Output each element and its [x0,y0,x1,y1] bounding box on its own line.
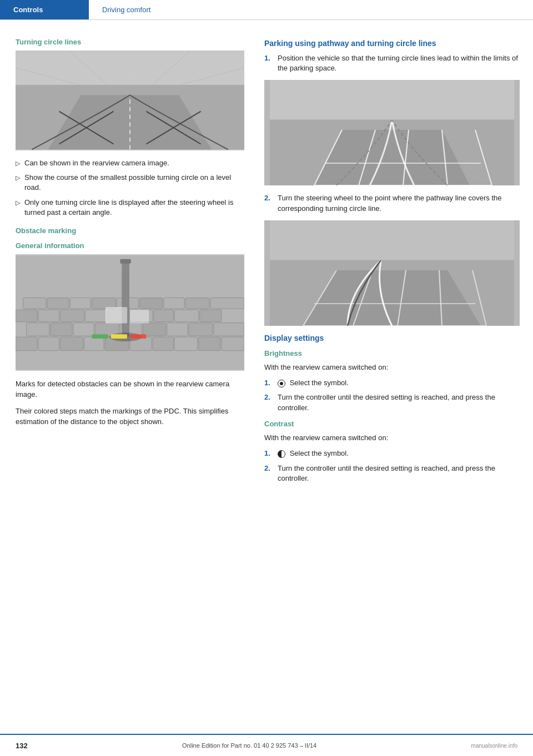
main-content: Turning circle lines [0,20,533,490]
svg-rect-46 [70,298,90,309]
obstacle-marking-section: Obstacle marking General information [16,226,244,427]
svg-rect-41 [154,310,173,322]
svg-rect-37 [60,310,84,322]
svg-rect-19 [84,337,104,351]
svg-rect-25 [222,337,244,351]
turning-circle-section: Turning circle lines [16,38,244,218]
parking-image-1 [264,80,520,185]
sun-icon [278,380,285,387]
tab-driving[interactable]: Driving comfort [89,0,164,19]
parking-steps-1: 1. Position the vehicle so that the turn… [264,53,520,73]
turning-circle-image [16,51,244,150]
left-column: Turning circle lines [0,31,255,490]
svg-rect-16 [16,337,37,351]
svg-rect-43 [200,310,222,322]
edition-info: Online Edition for Part no. 01 40 2 925 … [182,742,316,749]
svg-rect-23 [174,337,197,351]
right-column: Parking using pathway and turning circle… [255,31,533,490]
obstacle-body2: Their colored steps match the markings o… [16,406,244,427]
brightness-step-num-2: 2. [264,392,273,402]
svg-rect-60 [130,310,149,324]
parking-step-2: 2. Turn the steering wheel to the point … [264,193,520,213]
step-num-1: 1. [264,53,273,63]
svg-rect-51 [185,298,209,309]
contrast-title: Contrast [264,420,520,428]
svg-rect-53 [122,261,129,337]
svg-rect-56 [92,334,108,339]
contrast-intro: With the rearview camera switched on: [264,432,520,443]
page-footer: 132 Online Edition for Part no. 01 40 2 … [0,734,533,756]
svg-rect-22 [153,337,173,351]
tab-controls[interactable]: Controls [0,0,89,19]
brightness-subsection: Brightness With the rearview camera swit… [264,349,520,413]
bullet-arrow-3: ▷ [16,199,20,207]
brightness-intro: With the rearview camera switched on: [264,362,520,373]
bullet-arrow-2: ▷ [16,174,20,182]
svg-rect-31 [143,323,166,336]
svg-rect-34 [214,323,244,336]
svg-rect-35 [16,310,37,322]
svg-rect-17 [38,337,59,351]
svg-rect-71 [270,80,514,120]
bullet-item-3: ▷ Only one turning circle line is displa… [16,198,244,218]
brightness-steps: 1. Select the symbol. 2. Turn the contro… [264,378,520,413]
svg-rect-44 [23,298,46,309]
step-num-2: 2. [264,193,273,203]
parking-step-1: 1. Position the vehicle so that the turn… [264,53,520,73]
contrast-step-2: 2. Turn the controller until the desired… [264,463,520,483]
page-header: Controls Driving comfort [0,0,533,20]
svg-rect-27 [51,323,72,336]
obstacle-image [16,254,244,371]
general-info-section: General information [16,241,244,427]
turning-circle-bullets: ▷ Can be shown in the rearview camera im… [16,158,244,218]
svg-rect-59 [105,307,127,323]
svg-rect-54 [120,259,131,264]
svg-rect-58 [130,334,146,339]
bullet-arrow-1: ▷ [16,159,20,168]
svg-rect-36 [38,310,59,322]
svg-rect-18 [60,337,83,351]
svg-rect-26 [27,323,49,336]
contrast-step-num-1: 1. [264,448,273,458]
obstacle-body1: Marks for detected obstacles can be show… [16,379,244,400]
brightness-step-2: 2. Turn the controller until the desired… [264,392,520,412]
display-settings-section: Display settings Brightness With the rea… [264,334,520,483]
svg-rect-32 [167,323,188,336]
bullet-item-1: ▷ Can be shown in the rearview camera im… [16,158,244,168]
parking-title: Parking using pathway and turning circle… [264,39,520,48]
general-info-title: General information [16,241,244,250]
parking-image-2 [264,220,520,326]
svg-rect-33 [189,323,213,336]
parking-section: Parking using pathway and turning circle… [264,39,520,326]
display-settings-title: Display settings [264,334,520,342]
page-number: 132 [16,742,28,750]
svg-rect-42 [174,310,198,322]
svg-rect-57 [111,334,127,339]
svg-rect-24 [199,337,220,351]
contrast-icon [278,450,285,458]
brightness-title: Brightness [264,349,520,357]
svg-rect-49 [140,298,163,309]
contrast-step-1: 1. Select the symbol. [264,448,520,458]
svg-rect-83 [270,220,514,260]
svg-rect-28 [73,323,94,336]
brightness-step-num-1: 1. [264,378,273,388]
bullet-item-2: ▷ Show the course of the smallest possib… [16,173,244,193]
turning-circle-title: Turning circle lines [16,38,244,46]
contrast-subsection: Contrast With the rearview camera switch… [264,420,520,483]
obstacle-marking-title: Obstacle marking [16,226,244,235]
svg-rect-45 [47,298,69,309]
svg-rect-47 [92,298,115,309]
contrast-step-num-2: 2. [264,463,273,473]
contrast-steps: 1. Select the symbol. 2. Turn the contro… [264,448,520,483]
svg-rect-52 [210,298,244,309]
svg-rect-50 [164,298,184,309]
parking-steps-2: 2. Turn the steering wheel to the point … [264,193,520,213]
svg-rect-38 [86,310,107,322]
watermark: manualsonline.info [471,743,517,749]
brightness-step-1: 1. Select the symbol. [264,378,520,388]
